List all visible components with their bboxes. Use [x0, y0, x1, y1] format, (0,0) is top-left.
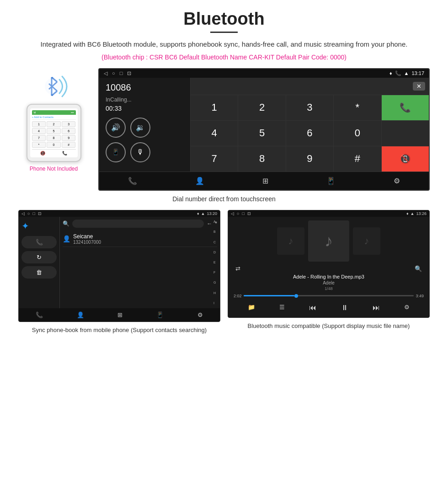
status-time: 13:17: [411, 70, 424, 76]
pb-bottom-bar: 📞 👤 ⊞ 📱 ⚙: [19, 308, 220, 322]
pb-back-arrow: ←: [207, 220, 212, 227]
dialer-right-panel: ✕ 1 2 3 * 📞 4 5 6 0 7 8: [191, 78, 429, 172]
phonebook-caption: Sync phone-book from mobile phone (Suppo…: [32, 326, 207, 335]
pb-phone-icon[interactable]: 📞: [36, 311, 43, 318]
car-status-bar: ◁ ○ □ ⊡ ♦ 📞 ▲ 13:17: [99, 69, 429, 78]
pb-search-input[interactable]: [72, 220, 204, 228]
pb-delete-button[interactable]: 🗑: [21, 266, 57, 279]
num-key-0[interactable]: 0: [334, 121, 381, 146]
phonebook-screen: ◁ ○ □ ⊡ ♦ ▲ 13:20 ✦ 📞: [18, 210, 220, 322]
num-key-1[interactable]: 1: [191, 95, 238, 120]
svg-point-5: [45, 78, 61, 95]
num-key-2[interactable]: 2: [238, 95, 285, 120]
num-key-7[interactable]: 7: [191, 146, 238, 172]
pb-transfer-icon[interactable]: 📱: [156, 311, 164, 318]
pb-contact-info: Seicane 13241007000: [73, 233, 101, 245]
num-key-spacer: [382, 121, 429, 146]
transfer-button[interactable]: 📱: [106, 142, 126, 162]
progress-track[interactable]: [244, 295, 414, 296]
volume-down-icon: 🔉: [136, 123, 145, 132]
music-artist: Adele: [232, 280, 426, 285]
music-folder-icon[interactable]: 📁: [248, 304, 255, 312]
subtitle-text: Integrated with BC6 Bluetooth module, su…: [18, 39, 430, 50]
album-art-main: ♪: [308, 220, 349, 262]
pb-call-button[interactable]: 📞: [21, 236, 57, 248]
pb-contact-icon: 👤: [63, 235, 70, 242]
music-time: 13:26: [416, 211, 427, 216]
volume-up-button[interactable]: 🔊: [106, 118, 126, 138]
home-icon: ○: [112, 70, 115, 76]
volume-down-button[interactable]: 🔉: [130, 118, 150, 138]
dialpad-tab-icon[interactable]: ⊞: [262, 177, 268, 185]
pb-nav-icons: ◁ ○ □ ⊡: [21, 211, 42, 216]
music-status-bar: ◁ ○ □ ⊡ ♦ ▲ 13:26: [228, 210, 429, 217]
status-right: ♦ 📞 ▲ 13:17: [389, 70, 424, 76]
contacts-tab-icon[interactable]: 👤: [195, 177, 204, 185]
pb-contacts-icon[interactable]: 👤: [77, 311, 84, 318]
phone-key-star: *: [32, 142, 46, 148]
alpha-H: H: [213, 291, 220, 295]
music-eq-icon[interactable]: ⚙: [404, 304, 410, 312]
music-item: ◁ ○ □ ⊡ ♦ ▲ 13:26 ♪ ♪ ♪: [228, 210, 430, 335]
pb-contact-number: 13241007000: [73, 240, 101, 245]
volume-up-icon: 🔊: [111, 123, 120, 132]
dialer-controls-row2: 📱 🎙: [106, 142, 184, 162]
num-key-5[interactable]: 5: [238, 121, 285, 146]
num-key-9[interactable]: 9: [286, 146, 333, 172]
settings-tab-icon[interactable]: ⚙: [394, 177, 400, 185]
num-key-6[interactable]: 6: [286, 121, 333, 146]
car-nav-icons: ◁ ○ □ ⊡: [104, 70, 131, 76]
phone-key-4: 4: [32, 128, 46, 134]
progress-fill: [244, 295, 295, 296]
music-caption: Bluetooth music compatible (Support disp…: [248, 322, 410, 331]
phone-tab-icon[interactable]: 📞: [128, 177, 137, 185]
pb-search-icon: 🔍: [63, 220, 69, 227]
delete-button[interactable]: ✕: [413, 82, 425, 91]
phone-signal: ▪▪▪: [71, 111, 74, 114]
music-track-info: 1/48: [232, 286, 426, 291]
music-playlist-icon[interactable]: ☰: [279, 304, 285, 312]
phone-key-8: 8: [47, 135, 61, 141]
shuffle-icon[interactable]: ⇄: [235, 265, 240, 272]
phone-add-contact: + Add to Contacts: [32, 115, 76, 120]
music-status-right: ♦ ▲ 13:26: [406, 211, 427, 216]
call-end-button[interactable]: 📵: [382, 146, 429, 172]
dialer-number: 10086: [106, 82, 184, 93]
music-controls-top: ⇄ 🔍: [232, 265, 426, 272]
pb-settings-icon[interactable]: ⚙: [197, 311, 203, 318]
music-time-total: 3:49: [416, 294, 424, 298]
wifi-icon: ▲: [404, 70, 409, 76]
phone-key-0: 0: [47, 142, 61, 148]
music-play-icon[interactable]: ⏸: [341, 304, 348, 312]
phone-not-included-label: Phone Not Included: [30, 166, 78, 172]
music-home-icon: ○: [237, 211, 239, 216]
pb-location-icon: ♦: [197, 211, 199, 216]
bluetooth-icon: [36, 73, 72, 100]
num-key-hash[interactable]: #: [334, 146, 381, 172]
screenshot-icon: ⊡: [127, 70, 131, 76]
transfer-tab-icon[interactable]: 📱: [326, 177, 336, 185]
pb-dialpad-icon[interactable]: ⊞: [117, 311, 123, 318]
pb-content: ✦ 📞 ↻ 🗑 🔍 ← * 👤: [19, 217, 220, 308]
music-screen: ◁ ○ □ ⊡ ♦ ▲ 13:26 ♪ ♪ ♪: [228, 210, 430, 318]
num-key-4[interactable]: 4: [191, 121, 238, 146]
phone-key-6: 6: [62, 128, 76, 134]
dialer-left-panel: 10086 InCalling... 00:33 🔊 🔉 📱: [99, 78, 191, 172]
call-answer-button[interactable]: 📞: [382, 95, 429, 120]
pb-search-bar: 🔍 ← *: [63, 220, 217, 228]
num-key-3[interactable]: 3: [286, 95, 333, 120]
bottom-screenshots: ◁ ○ □ ⊡ ♦ ▲ 13:20 ✦ 📞: [18, 210, 430, 335]
music-search-icon[interactable]: 🔍: [415, 265, 422, 272]
alpha-D: D: [213, 251, 220, 254]
num-key-8[interactable]: 8: [238, 146, 285, 172]
phonebook-caption-text: Sync phone-book from mobile phone (Suppo…: [32, 327, 207, 333]
music-prev-icon[interactable]: ⏮: [309, 304, 316, 312]
back-icon: ◁: [104, 70, 107, 76]
music-next-icon[interactable]: ⏭: [373, 304, 380, 312]
music-content: ♪ ♪ ♪ ⇄ 🔍 Adele - Rolling In the Deep.mp…: [228, 217, 429, 317]
num-key-star[interactable]: *: [334, 95, 381, 120]
pb-status-bar: ◁ ○ □ ⊡ ♦ ▲ 13:20: [19, 210, 220, 217]
mute-button[interactable]: 🎙: [130, 142, 150, 162]
phone-key-hash: #: [62, 142, 76, 148]
pb-refresh-button[interactable]: ↻: [21, 251, 57, 263]
